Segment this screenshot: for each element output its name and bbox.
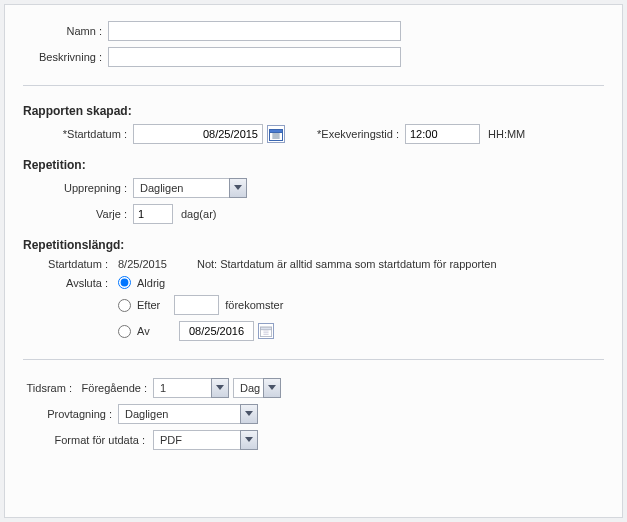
sampling-dropdown-text: Dagligen	[118, 404, 240, 424]
svg-rect-1	[270, 130, 283, 133]
radio-never[interactable]	[118, 276, 131, 289]
row-every: Varje : dag(ar)	[23, 204, 604, 224]
row-description: Beskrivning :	[23, 47, 604, 67]
separator-2	[23, 359, 604, 360]
section-rep-length-title: Repetitionslängd:	[23, 238, 604, 252]
label-rep-start-date: Startdatum :	[23, 258, 118, 270]
row-name: Namn :	[23, 21, 604, 41]
name-input[interactable]	[108, 21, 401, 41]
timeframe-value-dropdown[interactable]: 1	[153, 378, 229, 398]
row-start-exec: *Startdatum : *Exekveringstid : HH:MM	[23, 124, 604, 144]
label-start-date: *Startdatum :	[23, 128, 133, 140]
timeframe-unit-dropdown[interactable]: Dag	[233, 378, 281, 398]
description-input[interactable]	[108, 47, 401, 67]
radio-by-label: Av	[137, 325, 165, 337]
label-timeframe: Tidsram :	[23, 382, 78, 394]
row-sampling: Provtagning : Dagligen	[23, 404, 604, 424]
chevron-down-icon[interactable]	[240, 430, 258, 450]
chevron-down-icon[interactable]	[211, 378, 229, 398]
radio-after-label: Efter	[137, 299, 160, 311]
repeat-dropdown-text: Dagligen	[133, 178, 229, 198]
exec-time-hint: HH:MM	[488, 128, 525, 140]
section-repetition-title: Repetition:	[23, 158, 604, 172]
label-every: Varje :	[23, 208, 133, 220]
radio-after[interactable]	[118, 299, 131, 312]
chevron-down-icon[interactable]	[240, 404, 258, 424]
row-end-after: Efter förekomster	[23, 295, 604, 315]
label-sampling: Provtagning :	[23, 408, 118, 420]
label-exec-time: *Exekveringstid :	[315, 128, 405, 140]
label-description: Beskrivning :	[23, 51, 108, 63]
label-output-format: Format för utdata :	[23, 434, 153, 446]
every-input[interactable]	[133, 204, 173, 224]
radio-by[interactable]	[118, 325, 131, 338]
after-occurrences-label: förekomster	[225, 299, 283, 311]
start-date-input[interactable]	[133, 124, 263, 144]
repeat-dropdown[interactable]: Dagligen	[133, 178, 247, 198]
rep-start-note: Not: Startdatum är alltid samma som star…	[197, 258, 497, 270]
section-report-created-title: Rapporten skapad:	[23, 104, 604, 118]
svg-rect-9	[260, 327, 271, 330]
chevron-down-icon[interactable]	[263, 378, 281, 398]
row-rep-start: Startdatum : 8/25/2015 Not: Startdatum ä…	[23, 258, 604, 270]
label-name: Namn :	[23, 25, 108, 37]
end-by-date-input[interactable]	[179, 321, 254, 341]
row-end-never: Avsluta : Aldrig	[23, 276, 604, 289]
schedule-form-panel: Namn : Beskrivning : Rapporten skapad: *…	[4, 4, 623, 518]
timeframe-value-text: 1	[153, 378, 211, 398]
label-end: Avsluta :	[23, 277, 118, 289]
row-end-by: Av	[23, 321, 604, 341]
calendar-icon[interactable]	[267, 125, 285, 143]
chevron-down-icon[interactable]	[229, 178, 247, 198]
output-format-dropdown[interactable]: PDF	[153, 430, 258, 450]
row-timeframe: Tidsram : Föregående : 1 Dag	[23, 378, 604, 398]
row-repeat: Upprepning : Dagligen	[23, 178, 604, 198]
label-repeat: Upprepning :	[23, 182, 133, 194]
radio-never-label: Aldrig	[137, 277, 165, 289]
label-previous: Föregående :	[78, 382, 153, 394]
calendar-icon[interactable]	[258, 323, 274, 339]
output-format-text: PDF	[153, 430, 240, 450]
after-occurrences-input[interactable]	[174, 295, 219, 315]
sampling-dropdown[interactable]: Dagligen	[118, 404, 258, 424]
separator-1	[23, 85, 604, 86]
timeframe-unit-text: Dag	[233, 378, 263, 398]
row-output-format: Format för utdata : PDF	[23, 430, 604, 450]
rep-start-date-value: 8/25/2015	[118, 258, 167, 270]
every-unit: dag(ar)	[181, 208, 216, 220]
exec-time-input[interactable]	[405, 124, 480, 144]
